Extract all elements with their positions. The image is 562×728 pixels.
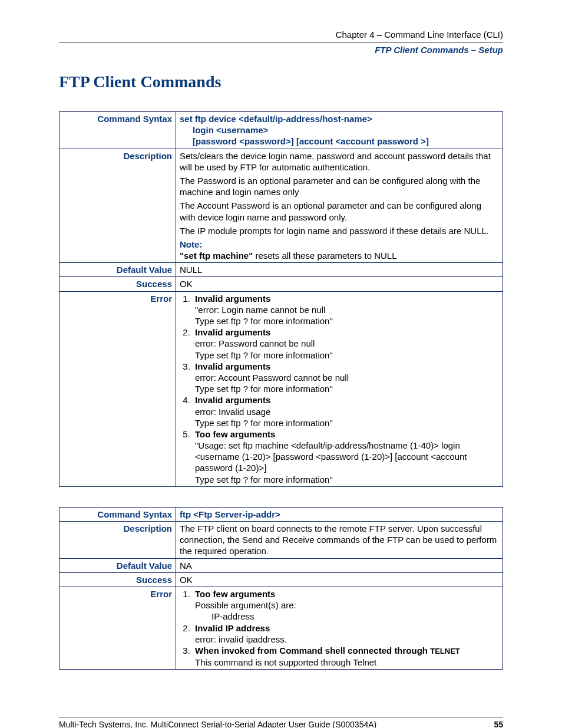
desc-p2: The Password is an optional parameter an… <box>180 175 499 197</box>
desc-p3: The Account Password is an optional para… <box>180 200 499 222</box>
note-bold: "set ftp machine" <box>180 251 253 261</box>
label-description: Description <box>59 522 176 559</box>
err-line: This command is not supported through Te… <box>195 657 499 668</box>
command-table-2: Command Syntax ftp <Ftp Server-ip-addr> … <box>59 507 503 670</box>
error-item: Too few arguments Possible argument(s) a… <box>193 588 499 622</box>
err-line: IP-address <box>195 611 499 622</box>
page-title: FTP Client Commands <box>59 73 503 91</box>
error-item: Invalid arguments error: Account Passwor… <box>193 361 499 395</box>
error-item: Too few arguments "Usage: set ftp machin… <box>193 429 499 485</box>
label-error: Error <box>59 291 176 486</box>
err-head: Invalid arguments <box>195 361 270 371</box>
label-description: Description <box>59 149 176 263</box>
row-default: Default Value NULL <box>59 263 503 277</box>
error-list-2: Too few arguments Possible argument(s) a… <box>180 588 499 668</box>
row-success: Success OK <box>59 277 503 291</box>
row-description: Description Sets/clears the device login… <box>59 149 503 263</box>
row-error: Error Too few arguments Possible argumen… <box>59 587 503 669</box>
header-rule <box>59 42 503 42</box>
cell-syntax: ftp <Ftp Server-ip-addr> <box>176 507 503 521</box>
err-line: error: Account Password cannot be null <box>195 372 499 383</box>
err-head: Invalid arguments <box>195 395 270 405</box>
error-item: Invalid arguments error: Password cannot… <box>193 327 499 361</box>
err-head: Invalid IP address <box>195 623 270 633</box>
err-line: "Usage: set ftp machine <default/ip-addr… <box>195 440 499 474</box>
label-error: Error <box>59 587 176 669</box>
row-default: Default Value NA <box>59 558 503 572</box>
command-table-1: Command Syntax set ftp device <default/i… <box>59 111 503 487</box>
err3-telnet: TELNET <box>430 647 460 655</box>
desc-p1: Sets/clears the device login name, passw… <box>180 150 499 173</box>
cell-error: Invalid arguments "error: Login name can… <box>176 291 503 486</box>
cell-default: NA <box>176 558 503 572</box>
err-head: Too few arguments <box>195 589 275 599</box>
row-description: Description The FTP client on board conn… <box>59 522 503 559</box>
err-head: Invalid arguments <box>195 294 270 304</box>
err-line: error: Password cannot be null <box>195 338 499 349</box>
cell-default: NULL <box>176 263 503 277</box>
err-line: Possible argument(s) are: <box>195 599 499 611</box>
note-text: "set ftp machine" resets all these param… <box>180 250 499 261</box>
err-line: "error: Login name cannot be null <box>195 304 499 315</box>
cell-error: Too few arguments Possible argument(s) a… <box>176 587 503 669</box>
err-line: Type set ftp ? for more information" <box>195 315 499 327</box>
footer: Multi-Tech Systems, Inc. MultiConnect Se… <box>59 720 503 728</box>
document-page: Chapter 4 – Command Line Interface (CLI)… <box>0 0 562 728</box>
footer-text: Multi-Tech Systems, Inc. MultiConnect Se… <box>59 720 376 728</box>
error-item: Invalid IP address error: invalid ipaddr… <box>193 622 499 645</box>
label-success: Success <box>59 277 176 291</box>
err-line: Type set ftp ? for more information" <box>195 350 499 361</box>
cell-syntax: set ftp device <default/ip-address/host-… <box>176 112 503 149</box>
cell-description: Sets/clears the device login name, passw… <box>176 149 503 263</box>
err-head: Invalid arguments <box>195 327 270 337</box>
label-success: Success <box>59 572 176 587</box>
err-line: Type set ftp ? for more information" <box>195 474 499 485</box>
syntax-line2: login <username> <box>180 124 499 136</box>
page-number: 55 <box>494 720 503 728</box>
error-item: Invalid arguments "error: Login name can… <box>193 293 499 327</box>
err-line: error: Invalid usage <box>195 406 499 417</box>
err-line: Type set ftp ? for more information" <box>195 417 499 429</box>
label-command-syntax: Command Syntax <box>59 112 176 149</box>
error-list-1: Invalid arguments "error: Login name can… <box>180 293 499 485</box>
subheader: FTP Client Commands – Setup <box>59 45 503 55</box>
row-error: Error Invalid arguments "error: Login na… <box>59 291 503 486</box>
label-default: Default Value <box>59 263 176 277</box>
row-success: Success OK <box>59 572 503 587</box>
err3-head: When invoked from Command shell connecte… <box>195 645 460 655</box>
row-syntax: Command Syntax ftp <Ftp Server-ip-addr> <box>59 507 503 521</box>
syntax-line1: set ftp device <default/ip-address/host-… <box>180 113 499 124</box>
error-item: When invoked from Command shell connecte… <box>193 645 499 668</box>
row-syntax: Command Syntax set ftp device <default/i… <box>59 112 503 149</box>
err-head: Too few arguments <box>195 429 275 439</box>
cell-success: OK <box>176 572 503 587</box>
cell-description: The FTP client on board connects to the … <box>176 522 503 559</box>
err-line: Type set ftp ? for more information" <box>195 383 499 394</box>
desc-p4: The IP module prompts for login name and… <box>180 225 499 236</box>
label-default: Default Value <box>59 558 176 572</box>
cell-success: OK <box>176 277 503 291</box>
note-rest: resets all these parameters to NULL <box>253 251 396 261</box>
err3-pre: When invoked from Command shell connecte… <box>195 645 430 655</box>
syntax-line3: [password <password>] [account <account … <box>180 136 499 147</box>
label-command-syntax: Command Syntax <box>59 507 176 521</box>
footer-rule <box>59 717 503 717</box>
note-label: Note: <box>180 239 499 250</box>
err-line: error: invalid ipaddress. <box>195 634 499 645</box>
error-item: Invalid arguments error: Invalid usage T… <box>193 394 499 429</box>
chapter-header: Chapter 4 – Command Line Interface (CLI) <box>59 29 503 42</box>
